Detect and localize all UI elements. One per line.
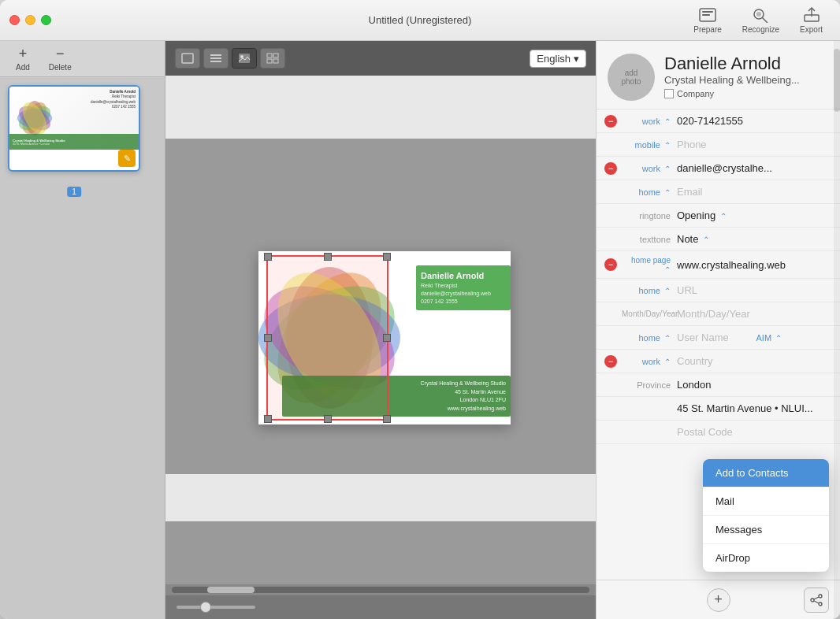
work-addr-label[interactable]: work ⌃ — [622, 357, 677, 366]
handle-mid-right[interactable] — [383, 334, 391, 342]
list-view-button[interactable] — [203, 48, 229, 69]
grid-view-button[interactable] — [260, 48, 285, 69]
delete-button[interactable]: − Delete — [43, 43, 78, 74]
view-toolbar: English ▾ — [165, 41, 596, 76]
handle-top-left[interactable] — [264, 253, 272, 261]
horizontal-scrollbar[interactable] — [165, 584, 596, 595]
svg-rect-2 — [702, 14, 710, 16]
recognize-button[interactable]: Recognize — [734, 3, 787, 37]
remove-address[interactable]: − — [604, 355, 617, 368]
vertical-scrollbar[interactable] — [834, 41, 840, 619]
birthday-placeholder[interactable]: Month/Day/Year — [677, 308, 832, 320]
language-selector[interactable]: English ▾ — [530, 50, 586, 68]
minimize-button[interactable] — [25, 15, 35, 25]
texttone-value: Note ⌃ — [677, 233, 832, 245]
svg-rect-22 — [267, 59, 272, 63]
country-placeholder[interactable]: Country — [677, 355, 832, 367]
remove-work-phone[interactable]: − — [604, 115, 617, 128]
handle-bot-right[interactable] — [383, 415, 391, 423]
postal-placeholder[interactable]: Postal Code — [677, 426, 832, 438]
home-email-label[interactable]: home ⌃ — [622, 187, 677, 197]
home-url-label[interactable]: home ⌃ — [622, 286, 677, 295]
add-to-contacts-item[interactable]: Add to Contacts — [703, 459, 829, 487]
mobile-placeholder[interactable]: Phone — [677, 139, 832, 150]
mail-item[interactable]: Mail — [703, 487, 829, 516]
homepage-value[interactable]: www.crystalhealing.web — [677, 259, 832, 271]
province-value[interactable]: London — [677, 379, 832, 391]
panel-footer: + — [597, 580, 840, 619]
share-dropdown: Add to Contacts Mail Messages AirDrop — [703, 459, 829, 572]
add-photo-photo: photo — [621, 77, 641, 86]
aim-label-chevron: ⌃ — [775, 334, 782, 343]
svg-point-31 — [811, 599, 814, 602]
svg-line-33 — [814, 597, 819, 599]
remove-homepage[interactable]: − — [604, 258, 617, 271]
handle-mid-left[interactable] — [264, 334, 272, 342]
ringtone-value: Opening ⌃ — [677, 209, 832, 221]
recognize-label: Recognize — [742, 25, 779, 34]
aim-label[interactable]: AIM ⌃ — [756, 333, 833, 343]
svg-point-19 — [240, 55, 243, 58]
zoom-thumb[interactable] — [200, 602, 211, 613]
add-field-button[interactable]: + — [707, 588, 730, 612]
add-label: Add — [16, 63, 30, 72]
home-email-placeholder[interactable]: Email — [677, 186, 832, 198]
fit-view-button[interactable] — [175, 48, 200, 69]
street-value[interactable]: 45 St. Martin Avenue • NLUI... — [677, 402, 832, 414]
close-button[interactable] — [9, 15, 20, 25]
export-button[interactable]: Export — [792, 3, 831, 37]
aim-row: home ⌃ User Name AIM ⌃ — [597, 326, 840, 350]
airdrop-item[interactable]: AirDrop — [703, 544, 829, 572]
sidebar: + Add − Delete — [0, 41, 165, 619]
handle-bot-mid[interactable] — [324, 415, 332, 423]
svg-line-4 — [763, 18, 768, 24]
company-label: Company — [677, 89, 714, 98]
prepare-button[interactable]: Prepare — [686, 3, 730, 37]
svg-rect-14 — [182, 54, 193, 63]
share-button[interactable] — [804, 587, 829, 613]
work-email-row: − work ⌃ danielle@crystalhe... — [597, 157, 840, 180]
app-window: Untitled (Unregistered) Prepare — [0, 0, 840, 619]
username-placeholder[interactable]: User Name — [677, 332, 753, 343]
company-checkbox[interactable] — [664, 89, 674, 98]
v-scroll-thumb[interactable] — [834, 49, 840, 112]
remove-work-email[interactable]: − — [604, 162, 617, 175]
texttone-chevron-icon: ⌃ — [703, 235, 709, 244]
work-email-label[interactable]: work ⌃ — [622, 164, 677, 173]
handle-top-right[interactable] — [383, 253, 391, 261]
company-row: Company — [664, 89, 829, 98]
work-email-value[interactable]: danielle@crystalhe... — [677, 162, 832, 174]
work-phone-value[interactable]: 020-71421555 — [677, 115, 832, 127]
homepage-label[interactable]: home page ⌃ — [622, 255, 677, 274]
ringtone-chevron-icon: ⌃ — [720, 212, 727, 221]
url-placeholder[interactable]: URL — [677, 284, 832, 296]
card-name: Danielle Arnold — [421, 270, 506, 282]
maximize-button[interactable] — [41, 15, 51, 25]
add-button[interactable]: + Add — [9, 43, 36, 74]
edit-icon[interactable]: ✎ — [118, 150, 136, 167]
handle-top-mid[interactable] — [324, 253, 332, 261]
language-value: English — [537, 53, 571, 65]
card-title: Reiki Therapist — [421, 282, 506, 290]
image-view-button[interactable] — [232, 48, 257, 69]
selection-overlay — [266, 255, 388, 421]
messages-item[interactable]: Messages — [703, 516, 829, 544]
card-thumb-inner: Danielle Arnold Reiki Therapist danielle… — [9, 87, 139, 150]
card-canvas[interactable]: Danielle Arnold Reiki Therapist danielle… — [165, 76, 596, 584]
mobile-label[interactable]: mobile ⌃ — [622, 140, 677, 150]
home-url-row: home ⌃ URL — [597, 279, 840, 302]
home-url-chevron-icon: ⌃ — [664, 287, 671, 295]
avatar[interactable]: add photo — [608, 54, 655, 101]
zoom-slider[interactable] — [177, 606, 255, 609]
card-thumbnail-1[interactable]: Danielle Arnold Reiki Therapist danielle… — [8, 85, 140, 172]
ringtone-row: ringtone Opening ⌃ — [597, 204, 840, 228]
aim-home-label[interactable]: home ⌃ — [622, 333, 677, 343]
scrollbar-thumb[interactable] — [207, 587, 255, 593]
svg-rect-1 — [702, 11, 713, 13]
province-label: Province — [622, 380, 677, 390]
handle-bot-left[interactable] — [264, 415, 272, 423]
work-phone-label[interactable]: work ⌃ — [622, 117, 677, 126]
contact-name: Danielle Arnold — [664, 54, 829, 74]
svg-rect-17 — [210, 61, 221, 62]
svg-point-5 — [756, 12, 761, 17]
